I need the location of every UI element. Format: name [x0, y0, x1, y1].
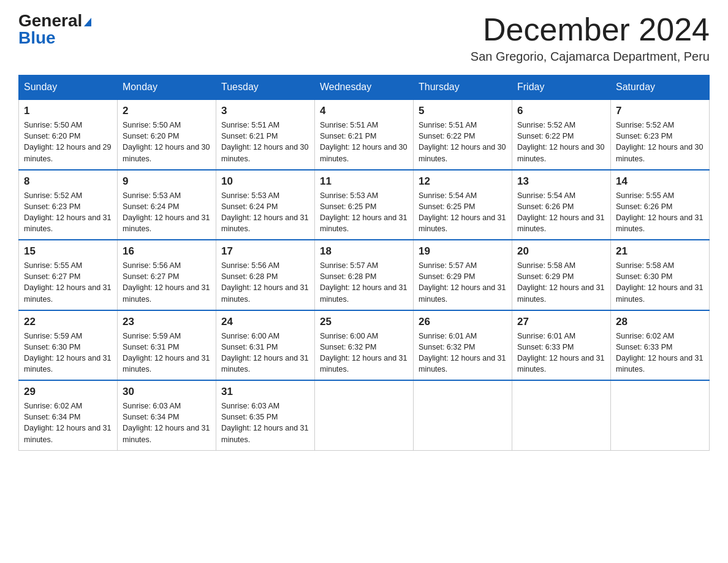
day-info: Sunrise: 5:59 AMSunset: 6:30 PMDaylight:…	[24, 331, 112, 375]
logo-triangle-icon	[84, 18, 91, 26]
day-number: 23	[123, 316, 211, 328]
calendar-cell: 5Sunrise: 5:51 AMSunset: 6:22 PMDaylight…	[414, 99, 512, 170]
day-info: Sunrise: 5:55 AMSunset: 6:26 PMDaylight:…	[616, 190, 704, 235]
calendar-week-row: 1Sunrise: 5:50 AMSunset: 6:20 PMDaylight…	[19, 99, 710, 170]
calendar-cell: 16Sunrise: 5:56 AMSunset: 6:27 PMDayligh…	[118, 240, 216, 310]
calendar-cell	[512, 380, 611, 450]
day-number: 9	[123, 175, 211, 188]
day-info: Sunrise: 5:51 AMSunset: 6:21 PMDaylight:…	[320, 120, 408, 164]
calendar-week-row: 15Sunrise: 5:55 AMSunset: 6:27 PMDayligh…	[19, 240, 710, 310]
calendar-week-row: 29Sunrise: 6:02 AMSunset: 6:34 PMDayligh…	[19, 380, 710, 450]
day-info: Sunrise: 5:58 AMSunset: 6:29 PMDaylight:…	[517, 260, 605, 305]
day-info: Sunrise: 5:56 AMSunset: 6:27 PMDaylight:…	[123, 260, 211, 305]
day-number: 15	[24, 245, 112, 258]
month-title: December 2024	[471, 12, 710, 47]
day-info: Sunrise: 6:01 AMSunset: 6:33 PMDaylight:…	[517, 331, 605, 375]
calendar-cell: 4Sunrise: 5:51 AMSunset: 6:21 PMDaylight…	[315, 99, 414, 170]
calendar-cell: 14Sunrise: 5:55 AMSunset: 6:26 PMDayligh…	[611, 170, 710, 240]
day-info: Sunrise: 5:50 AMSunset: 6:20 PMDaylight:…	[123, 120, 211, 164]
calendar-cell	[315, 380, 414, 450]
logo-general-text: General	[18, 12, 82, 29]
day-info: Sunrise: 5:57 AMSunset: 6:28 PMDaylight:…	[320, 260, 408, 305]
day-number: 16	[123, 245, 211, 258]
day-number: 21	[616, 245, 704, 258]
subtitle: San Gregorio, Cajamarca Department, Peru	[471, 50, 710, 64]
day-number: 22	[24, 316, 112, 328]
day-info: Sunrise: 6:00 AMSunset: 6:32 PMDaylight:…	[320, 331, 408, 375]
day-info: Sunrise: 5:53 AMSunset: 6:25 PMDaylight:…	[320, 190, 408, 235]
calendar-cell: 20Sunrise: 5:58 AMSunset: 6:29 PMDayligh…	[512, 240, 611, 310]
day-number: 25	[320, 316, 408, 328]
day-number: 1	[24, 105, 112, 117]
calendar-cell: 18Sunrise: 5:57 AMSunset: 6:28 PMDayligh…	[315, 240, 414, 310]
calendar-cell: 21Sunrise: 5:58 AMSunset: 6:30 PMDayligh…	[611, 240, 710, 310]
day-info: Sunrise: 6:02 AMSunset: 6:33 PMDaylight:…	[616, 331, 704, 375]
calendar-cell: 10Sunrise: 5:53 AMSunset: 6:24 PMDayligh…	[216, 170, 315, 240]
calendar-cell: 30Sunrise: 6:03 AMSunset: 6:34 PMDayligh…	[118, 380, 216, 450]
day-number: 18	[320, 245, 408, 258]
calendar-cell: 15Sunrise: 5:55 AMSunset: 6:27 PMDayligh…	[19, 240, 118, 310]
calendar-cell	[611, 380, 710, 450]
calendar-header-thursday: Thursday	[414, 75, 512, 100]
day-number: 31	[221, 386, 309, 398]
day-info: Sunrise: 5:52 AMSunset: 6:22 PMDaylight:…	[517, 120, 605, 164]
day-number: 7	[616, 105, 704, 117]
calendar-header-tuesday: Tuesday	[216, 75, 315, 100]
day-info: Sunrise: 6:01 AMSunset: 6:32 PMDaylight:…	[419, 331, 507, 375]
day-number: 13	[517, 175, 605, 188]
day-number: 12	[419, 175, 507, 188]
day-info: Sunrise: 5:58 AMSunset: 6:30 PMDaylight:…	[616, 260, 704, 305]
calendar-week-row: 8Sunrise: 5:52 AMSunset: 6:23 PMDaylight…	[19, 170, 710, 240]
day-info: Sunrise: 5:50 AMSunset: 6:20 PMDaylight:…	[24, 120, 112, 164]
day-number: 14	[616, 175, 704, 188]
logo: General Blue	[18, 12, 91, 47]
calendar-cell: 6Sunrise: 5:52 AMSunset: 6:22 PMDaylight…	[512, 99, 611, 170]
day-number: 26	[419, 316, 507, 328]
day-info: Sunrise: 5:56 AMSunset: 6:28 PMDaylight:…	[221, 260, 309, 305]
calendar-cell: 1Sunrise: 5:50 AMSunset: 6:20 PMDaylight…	[19, 99, 118, 170]
day-info: Sunrise: 5:54 AMSunset: 6:26 PMDaylight:…	[517, 190, 605, 235]
day-number: 8	[24, 175, 112, 188]
calendar-cell: 13Sunrise: 5:54 AMSunset: 6:26 PMDayligh…	[512, 170, 611, 240]
calendar-table: SundayMondayTuesdayWednesdayThursdayFrid…	[18, 75, 710, 451]
day-number: 4	[320, 105, 408, 117]
calendar-header-monday: Monday	[118, 75, 216, 100]
calendar-header-wednesday: Wednesday	[315, 75, 414, 100]
day-number: 19	[419, 245, 507, 258]
calendar-cell: 29Sunrise: 6:02 AMSunset: 6:34 PMDayligh…	[19, 380, 118, 450]
day-number: 29	[24, 386, 112, 398]
day-number: 6	[517, 105, 605, 117]
calendar-cell: 25Sunrise: 6:00 AMSunset: 6:32 PMDayligh…	[315, 310, 414, 381]
calendar-cell: 19Sunrise: 5:57 AMSunset: 6:29 PMDayligh…	[414, 240, 512, 310]
calendar-cell: 28Sunrise: 6:02 AMSunset: 6:33 PMDayligh…	[611, 310, 710, 381]
calendar-cell: 17Sunrise: 5:56 AMSunset: 6:28 PMDayligh…	[216, 240, 315, 310]
calendar-cell: 24Sunrise: 6:00 AMSunset: 6:31 PMDayligh…	[216, 310, 315, 381]
calendar-cell: 9Sunrise: 5:53 AMSunset: 6:24 PMDaylight…	[118, 170, 216, 240]
day-info: Sunrise: 6:02 AMSunset: 6:34 PMDaylight:…	[24, 400, 112, 445]
calendar-cell: 3Sunrise: 5:51 AMSunset: 6:21 PMDaylight…	[216, 99, 315, 170]
calendar-cell: 11Sunrise: 5:53 AMSunset: 6:25 PMDayligh…	[315, 170, 414, 240]
day-number: 24	[221, 316, 309, 328]
day-number: 2	[123, 105, 211, 117]
calendar-cell: 8Sunrise: 5:52 AMSunset: 6:23 PMDaylight…	[19, 170, 118, 240]
day-info: Sunrise: 6:00 AMSunset: 6:31 PMDaylight:…	[221, 331, 309, 375]
day-number: 17	[221, 245, 309, 258]
calendar-header-row: SundayMondayTuesdayWednesdayThursdayFrid…	[19, 75, 710, 100]
day-info: Sunrise: 5:57 AMSunset: 6:29 PMDaylight:…	[419, 260, 507, 305]
calendar-header-sunday: Sunday	[19, 75, 118, 100]
title-area: December 2024 San Gregorio, Cajamarca De…	[471, 12, 710, 64]
day-info: Sunrise: 5:53 AMSunset: 6:24 PMDaylight:…	[221, 190, 309, 235]
calendar-cell: 27Sunrise: 6:01 AMSunset: 6:33 PMDayligh…	[512, 310, 611, 381]
calendar-header-friday: Friday	[512, 75, 611, 100]
day-info: Sunrise: 5:51 AMSunset: 6:22 PMDaylight:…	[419, 120, 507, 164]
calendar-cell: 12Sunrise: 5:54 AMSunset: 6:25 PMDayligh…	[414, 170, 512, 240]
calendar-week-row: 22Sunrise: 5:59 AMSunset: 6:30 PMDayligh…	[19, 310, 710, 381]
day-info: Sunrise: 6:03 AMSunset: 6:34 PMDaylight:…	[123, 400, 211, 445]
day-info: Sunrise: 5:59 AMSunset: 6:31 PMDaylight:…	[123, 331, 211, 375]
day-info: Sunrise: 5:52 AMSunset: 6:23 PMDaylight:…	[616, 120, 704, 164]
calendar-cell: 7Sunrise: 5:52 AMSunset: 6:23 PMDaylight…	[611, 99, 710, 170]
day-number: 27	[517, 316, 605, 328]
calendar-cell: 22Sunrise: 5:59 AMSunset: 6:30 PMDayligh…	[19, 310, 118, 381]
day-number: 5	[419, 105, 507, 117]
day-number: 10	[221, 175, 309, 188]
